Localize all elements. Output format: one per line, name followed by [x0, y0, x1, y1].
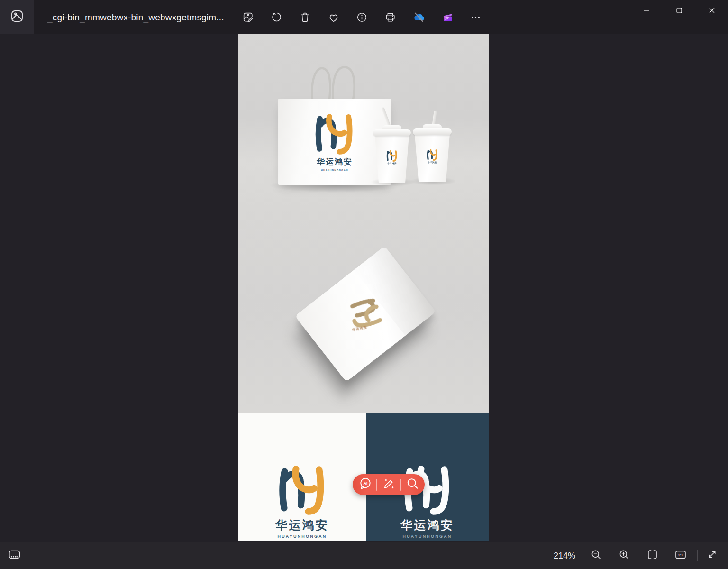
close-icon — [706, 5, 718, 16]
window-title: _cgi-bin_mmwebwx-bin_webwxgetmsgim... — [47, 0, 224, 34]
brand-mockup-scene: 华运鸿安 HUAYUNHONGAN 华运鸿安 — [238, 34, 489, 413]
rotate-button[interactable] — [267, 8, 286, 27]
pill-divider — [400, 479, 401, 491]
zoom-out-icon — [590, 549, 602, 562]
actual-size-button[interactable]: 1:1 — [671, 546, 690, 565]
statusbar-divider — [697, 550, 698, 561]
printer-icon — [384, 11, 396, 23]
zoom-level-label: 214% — [554, 542, 575, 569]
fit-to-window-icon — [646, 549, 658, 562]
onedrive-status-button[interactable] — [409, 8, 428, 27]
statusbar-divider — [30, 550, 30, 561]
hy-logo — [277, 466, 328, 515]
logo-panel-light: 华运鸿安 HUAYUNHONGAN — [238, 413, 366, 541]
close-button[interactable] — [695, 0, 728, 21]
cup-body: 华运鸿安 — [375, 135, 409, 183]
delete-button[interactable] — [295, 8, 315, 27]
maximize-icon — [673, 5, 685, 16]
hy-logo — [427, 149, 438, 161]
photos-app-window: _cgi-bin_mmwebwx-bin_webwxgetmsgim... — [0, 0, 728, 569]
ai-chat-button[interactable]: AI — [358, 477, 372, 492]
cup-lid-rim — [373, 129, 411, 136]
rotate-icon — [271, 11, 282, 23]
actual-size-label: 1:1 — [678, 553, 683, 557]
pill-divider — [376, 479, 377, 491]
bag-brand-en: HUAYUNHONGAN — [321, 169, 348, 172]
search-icon — [406, 477, 419, 492]
magic-edit-button[interactable] — [382, 477, 396, 492]
fullscreen-button[interactable] — [702, 546, 721, 565]
cup-body: 华运鸿安 — [415, 134, 450, 182]
zoom-in-icon — [618, 549, 630, 562]
ai-label: AI — [363, 481, 367, 486]
favorite-button[interactable] — [324, 8, 343, 27]
maximize-button[interactable] — [663, 0, 695, 21]
panel-brand-en: HUAYUNHONGAN — [277, 534, 327, 539]
minimize-icon — [641, 5, 652, 16]
edit-image-icon — [242, 11, 254, 23]
paper-sheet-mockup — [295, 246, 436, 382]
panel-brand-cn: 华运鸿安 — [276, 519, 329, 531]
actual-size-icon: 1:1 — [674, 549, 687, 562]
cup-brand-cn: 华运鸿安 — [428, 161, 437, 164]
filmstrip-toggle-button[interactable] — [5, 546, 24, 565]
zoom-in-button[interactable] — [614, 546, 633, 565]
visual-search-button[interactable] — [405, 477, 419, 492]
filmstrip-icon — [8, 548, 21, 562]
info-icon — [356, 11, 368, 23]
bag-handles — [305, 63, 366, 100]
fit-to-window-button[interactable] — [643, 546, 662, 565]
cup-brand-cn: 华运鸿安 — [387, 162, 397, 165]
print-button[interactable] — [381, 8, 400, 27]
hy-logo — [314, 114, 355, 155]
clipchamp-button[interactable] — [437, 8, 457, 27]
panel-brand-en: HUAYUNHONGAN — [402, 534, 452, 539]
toolbar — [238, 8, 485, 27]
magic-pencil-icon — [382, 477, 396, 493]
window-controls — [630, 0, 728, 21]
photos-app-icon — [10, 9, 24, 25]
trash-icon — [299, 11, 311, 23]
app-icon-box[interactable] — [0, 0, 34, 34]
ai-bubble-icon: AI — [358, 477, 372, 492]
ellipsis-icon — [470, 11, 482, 23]
statusbar: 214% — [0, 542, 728, 569]
panel-brand-cn: 华运鸿安 — [401, 519, 454, 531]
bag-brand-cn: 华运鸿安 — [317, 156, 353, 167]
info-button[interactable] — [352, 8, 372, 27]
cup-mockup: 华运鸿安 — [374, 125, 410, 183]
zoom-out-button[interactable] — [586, 546, 605, 565]
minimize-button[interactable] — [630, 0, 663, 21]
heart-icon — [328, 11, 340, 24]
onedrive-cloud-slash-icon — [412, 11, 425, 24]
see-more-button[interactable] — [466, 8, 485, 27]
photo-image[interactable]: 华运鸿安 HUAYUNHONGAN 华运鸿安 — [238, 34, 489, 541]
clipchamp-icon — [441, 11, 454, 24]
ai-overlay-pill: AI — [353, 474, 425, 495]
titlebar: _cgi-bin_mmwebwx-bin_webwxgetmsgim... — [0, 0, 728, 34]
cup-lid-rim — [413, 128, 452, 135]
hy-logo — [386, 150, 398, 162]
cup-mockup: 华运鸿安 — [414, 124, 451, 182]
fullscreen-icon — [706, 549, 718, 562]
edit-image-button[interactable] — [238, 8, 258, 27]
